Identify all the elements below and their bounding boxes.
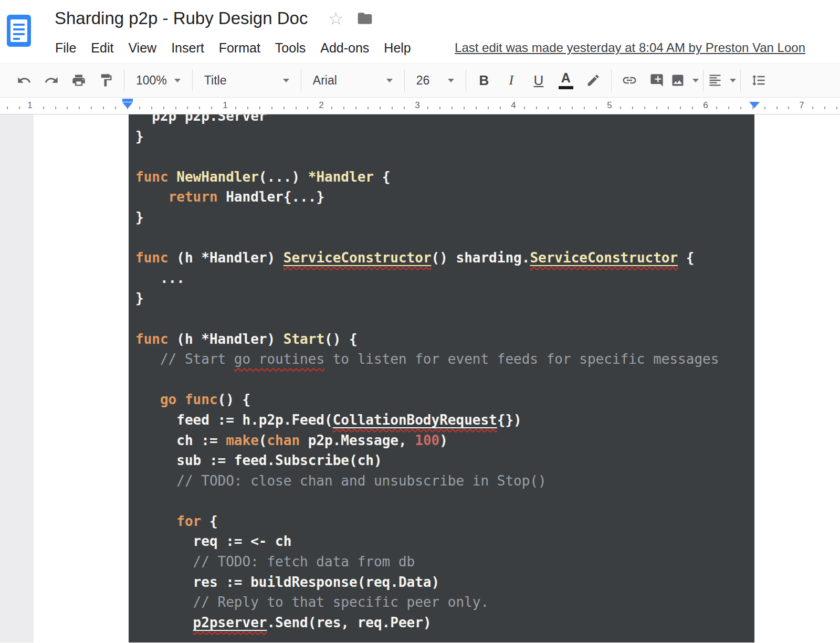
spellcheck-squiggle: ServiceConstructor (530, 250, 678, 266)
document-page[interactable]: p2p p2p.Server} func NewHandler(...) *Ha… (34, 114, 840, 642)
insert-image-button[interactable] (670, 68, 699, 93)
ruler-number: 1 (219, 100, 231, 111)
align-button[interactable] (708, 68, 736, 93)
print-icon (71, 73, 86, 88)
code-line (135, 228, 748, 248)
toolbar-separator (466, 69, 466, 91)
ruler-number: 7 (795, 100, 807, 111)
spellcheck-squiggle: ServiceConstructor (284, 250, 432, 266)
zoom-dropdown[interactable]: 100% (129, 68, 188, 93)
link-icon (622, 72, 637, 88)
font-family-value: Arial (313, 73, 337, 88)
insert-link-button[interactable] (616, 68, 643, 93)
add-comment-icon (649, 73, 664, 88)
toolbar-separator (124, 69, 124, 91)
toolbar-separator (404, 69, 405, 91)
toolbar-separator (611, 69, 612, 91)
redo-button[interactable] (38, 68, 65, 93)
chevron-down-icon (448, 79, 454, 82)
star-icon[interactable]: ☆ (328, 9, 343, 27)
menu-item-file[interactable]: File (48, 38, 83, 58)
line-spacing-button[interactable] (745, 68, 772, 93)
highlight-button[interactable] (580, 68, 607, 93)
paint-format-button[interactable] (92, 68, 120, 93)
paragraph-style-value: Title (204, 73, 227, 88)
redo-icon (44, 73, 59, 88)
image-icon (670, 73, 685, 88)
ruler-number: 4 (507, 100, 519, 111)
chevron-down-icon (283, 79, 289, 82)
chevron-down-icon (386, 79, 393, 82)
docs-logo-page (10, 19, 27, 42)
app-header: Sharding p2p - Ruby Design Doc ☆ FileEdi… (0, 0, 840, 63)
code-line: // Start go routines to listen for event… (135, 349, 748, 370)
menu-item-view[interactable]: View (121, 38, 164, 58)
paragraph-style-dropdown[interactable]: Title (197, 68, 297, 93)
chevron-down-icon (692, 79, 699, 82)
folder-icon[interactable] (356, 10, 373, 27)
code-line: req := <- ch (135, 531, 748, 552)
code-line: res := buildResponse(req.Data) (135, 572, 748, 593)
ruler-number: 1 (24, 100, 36, 111)
spellcheck-squiggle: p2pserver (193, 615, 267, 630)
ruler-number: 5 (603, 100, 615, 111)
code-line (135, 146, 748, 167)
text-color-button[interactable]: A (552, 68, 580, 93)
code-line: ch := make(chan p2p.Message, 100) (135, 430, 748, 451)
text-color-swatch (559, 86, 573, 89)
toolbar-separator (703, 69, 704, 91)
print-button[interactable] (65, 68, 92, 93)
code-line: p2p p2p.Server (135, 114, 748, 127)
code-line: ... (135, 268, 748, 289)
code-line: sub := feed.Subscribe(ch) (135, 450, 748, 471)
zoom-value: 100% (136, 73, 167, 88)
font-size-dropdown[interactable]: 26 (409, 68, 461, 93)
chevron-down-icon (730, 79, 736, 82)
undo-button[interactable] (10, 68, 38, 93)
ruler-number: 2 (315, 100, 327, 111)
font-size-value: 26 (416, 73, 430, 88)
code-line: } (135, 207, 748, 228)
italic-button[interactable]: I (498, 68, 525, 93)
menu-item-format[interactable]: Format (212, 38, 268, 58)
code-line: return Handler{...} (135, 187, 748, 207)
bold-button[interactable]: B (470, 68, 498, 93)
ruler: 11234567 (0, 98, 840, 114)
code-line: } (135, 127, 748, 147)
toolbar-separator (301, 69, 301, 91)
code-line: go func() { (135, 389, 748, 410)
align-left-icon (708, 73, 722, 88)
last-edit-link[interactable]: Last edit was made yesterday at 8:04 AM … (455, 40, 805, 55)
underline-button[interactable]: U (525, 68, 552, 93)
spellcheck-squiggle: go routines (234, 351, 324, 367)
document-canvas: p2p p2p.Server} func NewHandler(...) *Ha… (0, 114, 840, 642)
code-block[interactable]: p2p p2p.Server} func NewHandler(...) *Ha… (129, 114, 754, 642)
code-line: p2pserver.Send(res, req.Peer) (135, 613, 748, 633)
ruler-number: 3 (411, 100, 423, 111)
ruler-number: 6 (699, 100, 711, 111)
menu-item-tools[interactable]: Tools (268, 38, 313, 58)
code-line: // TODO: close chan and unsubscribe in S… (135, 471, 748, 491)
code-line: } (135, 288, 748, 309)
code-line: func (h *Handler) Start() { (135, 329, 748, 350)
menu-item-add-ons[interactable]: Add-ons (313, 38, 376, 58)
insert-comment-button[interactable] (643, 68, 670, 93)
toolbar: 100% Title Arial 26 B I U A (0, 63, 840, 98)
menu-item-insert[interactable]: Insert (164, 38, 212, 58)
menu-bar: FileEditViewInsertFormatToolsAdd-onsHelp… (48, 37, 840, 59)
line-spacing-icon (751, 73, 766, 88)
menu-item-help[interactable]: Help (376, 38, 418, 58)
code-line (135, 370, 748, 390)
menu-item-edit[interactable]: Edit (83, 38, 121, 58)
code-line (135, 491, 748, 511)
code-line: func (h *Handler) ServiceConstructor() s… (135, 248, 748, 268)
right-indent-marker[interactable] (749, 102, 760, 108)
docs-logo-icon[interactable] (7, 15, 31, 47)
code-line: // Reply to that specific peer only. (135, 592, 748, 613)
left-indent-marker[interactable] (122, 99, 133, 109)
code-line: feed := h.p2p.Feed(CollationBodyRequest{… (135, 410, 748, 430)
chevron-down-icon (174, 79, 181, 82)
spellcheck-squiggle: CollationBodyRequest (333, 412, 497, 428)
doc-title[interactable]: Sharding p2p - Ruby Design Doc (55, 8, 308, 28)
font-family-dropdown[interactable]: Arial (306, 68, 400, 93)
